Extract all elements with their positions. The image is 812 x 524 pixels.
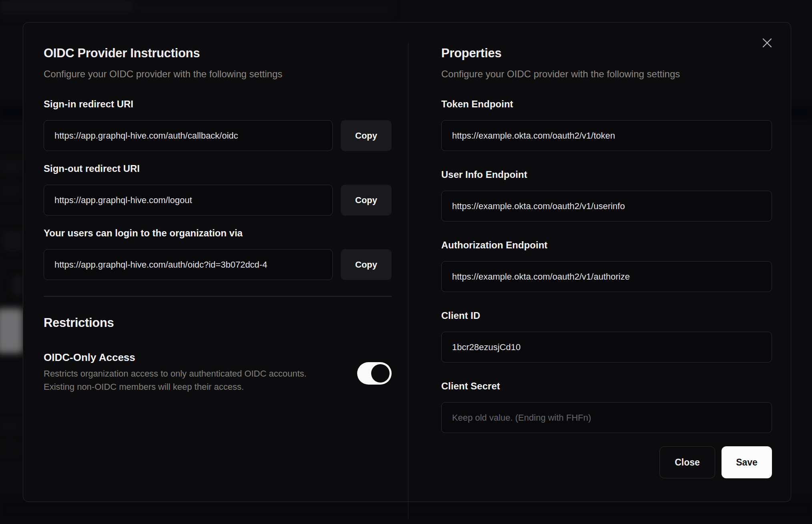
properties-subtitle: Configure your OIDC provider with the fo… <box>441 68 772 80</box>
oidc-only-access-toggle[interactable] <box>357 362 392 385</box>
client-secret-label: Client Secret <box>441 380 772 392</box>
oidc-provider-dialog: OIDC Provider Instructions Configure you… <box>23 22 791 502</box>
authorization-endpoint-row <box>441 261 772 292</box>
description-line-1: Restricts organization access to only au… <box>44 367 324 380</box>
dialog-actions: Close Save <box>441 446 772 478</box>
client-id-input[interactable] <box>441 332 772 363</box>
restrictions-title: Restrictions <box>44 314 392 331</box>
client-id-row <box>441 332 772 363</box>
column-divider <box>408 42 408 519</box>
client-secret-row <box>441 402 772 433</box>
save-button[interactable]: Save <box>722 446 772 478</box>
sign-out-redirect-uri-input[interactable] <box>44 185 333 216</box>
oidc-only-access-row: OIDC-Only Access Restricts organization … <box>44 351 392 393</box>
oidc-only-access-label: OIDC-Only Access <box>44 351 324 363</box>
organization-login-uri-label: Your users can login to the organization… <box>44 227 392 239</box>
sign-in-redirect-uri-input[interactable] <box>44 120 333 151</box>
authorization-endpoint-label: Authorization Endpoint <box>441 239 772 251</box>
instructions-panel: OIDC Provider Instructions Configure you… <box>44 45 392 393</box>
section-divider <box>44 296 392 296</box>
client-id-label: Client ID <box>441 310 772 321</box>
copy-login-uri-button[interactable]: Copy <box>341 249 392 280</box>
organization-login-uri-row: Copy <box>44 249 392 280</box>
organization-login-uri-input[interactable] <box>44 249 333 280</box>
client-secret-input[interactable] <box>441 402 772 433</box>
instructions-subtitle: Configure your OIDC provider with the fo… <box>44 68 392 80</box>
instructions-title: OIDC Provider Instructions <box>44 45 392 61</box>
token-endpoint-label: Token Endpoint <box>441 98 772 110</box>
toggle-knob <box>371 364 390 383</box>
token-endpoint-input[interactable] <box>441 120 772 151</box>
sign-in-redirect-uri-row: Copy <box>44 120 392 151</box>
copy-sign-in-uri-button[interactable]: Copy <box>341 120 392 151</box>
user-info-endpoint-row <box>441 191 772 222</box>
oidc-only-access-description: Restricts organization access to only au… <box>44 367 324 393</box>
sign-out-redirect-uri-row: Copy <box>44 185 392 216</box>
close-button[interactable]: Close <box>659 446 715 478</box>
properties-panel: Properties Configure your OIDC provider … <box>441 45 772 478</box>
oidc-only-access-texts: OIDC-Only Access Restricts organization … <box>44 351 324 393</box>
sign-in-redirect-uri-label: Sign-in redirect URI <box>44 98 392 110</box>
authorization-endpoint-input[interactable] <box>441 261 772 292</box>
user-info-endpoint-input[interactable] <box>441 191 772 222</box>
user-info-endpoint-label: User Info Endpoint <box>441 169 772 180</box>
close-icon[interactable] <box>761 37 773 49</box>
copy-sign-out-uri-button[interactable]: Copy <box>341 185 392 216</box>
sign-out-redirect-uri-label: Sign-out redirect URI <box>44 163 392 174</box>
token-endpoint-row <box>441 120 772 151</box>
properties-title: Properties <box>441 45 772 61</box>
description-line-2: Existing non-OIDC members will keep thei… <box>44 380 324 393</box>
